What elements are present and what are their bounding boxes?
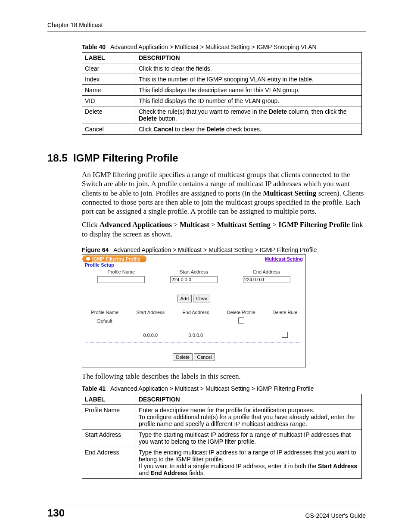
table-row: Default — [82, 316, 305, 326]
cell-label: VID — [82, 96, 136, 106]
cell-description: Check the rule(s) that you want to remov… — [136, 106, 362, 124]
cell-description: Type the starting multicast IP address f… — [136, 429, 362, 447]
separator — [84, 285, 304, 285]
th-start-address: Start Address — [127, 308, 174, 316]
cell-description: Enter a descriptive name for the profile… — [136, 405, 362, 429]
cell-label: Profile Name — [82, 405, 136, 429]
panel-title-text: IGMP Filtering Profile — [92, 256, 140, 261]
cancel-button[interactable]: Cancel — [194, 353, 215, 361]
cell-description: This field displays the descriptive name… — [136, 85, 362, 96]
section-title: IGMP Filtering Profile — [73, 152, 178, 164]
col-start-address: Start Address — [158, 269, 230, 274]
delete-rule-checkbox[interactable] — [282, 332, 288, 338]
figure64-caption-prefix: Figure 64 — [82, 246, 109, 253]
cell-description: Click this to clear the fields. — [136, 63, 362, 74]
page-footer: 130 GS-2024 User's Guide — [47, 505, 366, 519]
profile-name-input[interactable] — [97, 276, 145, 283]
end-address-input[interactable] — [243, 276, 290, 283]
section-number: 18.5 — [47, 152, 68, 164]
table41-caption-text: Advanced Application > Multicast > Multi… — [110, 385, 314, 392]
tab-dot-icon — [86, 256, 90, 261]
table-row: 0.0.0.0 0.0.0.0 — [82, 330, 305, 340]
separator — [86, 328, 302, 328]
page-number: 130 — [47, 507, 65, 519]
section-heading: 18.5 IGMP Filtering Profile — [47, 152, 366, 164]
paragraph-2: Click Advanced Applications > Multicast … — [82, 220, 366, 239]
cell-label: End Address — [82, 447, 136, 479]
cell-label: Name — [82, 85, 136, 96]
table-row: End AddressType the ending multicast IP … — [82, 447, 362, 479]
figure64-caption: Figure 64 Advanced Application > Multica… — [82, 246, 366, 253]
cell-description: Click Cancel to clear the Delete check b… — [136, 124, 362, 135]
screenshot-panel: IGMP Filtering Profile Multicast Setting… — [82, 254, 306, 367]
table40-caption-prefix: Table 40 — [82, 44, 106, 50]
cell-start-address: 0.0.0.0 — [127, 330, 174, 340]
table40-hdr-desc: DESCRIPTION — [136, 53, 362, 63]
guide-name: GS-2024 User's Guide — [305, 512, 366, 519]
cell-label: Index — [82, 74, 136, 85]
cell-description: This field displays the ID number of the… — [136, 96, 362, 106]
cell-label: Clear — [82, 63, 136, 74]
th-end-address: End Address — [174, 308, 218, 316]
table40-caption-text: Advanced Application > Multicast > Multi… — [110, 44, 317, 50]
cell-label: Cancel — [82, 124, 136, 135]
table-row: VIDThis field displays the ID number of … — [82, 96, 362, 106]
table-row: Profile NameEnter a descriptive name for… — [82, 405, 362, 429]
th-delete-profile: Delete Profile — [218, 308, 265, 316]
paragraph-3: The following table describes the labels… — [82, 372, 366, 381]
table41-hdr-desc: DESCRIPTION — [136, 394, 362, 405]
col-end-address: End Address — [230, 269, 303, 274]
cell-label: Delete — [82, 106, 136, 124]
cell-end-address: 0.0.0.0 — [174, 330, 218, 340]
running-head: Chapter 18 Multicast — [47, 22, 366, 31]
th-profile-name: Profile Name — [82, 308, 127, 316]
table-row: CancelClick Cancel to clear the Delete c… — [82, 124, 362, 135]
delete-profile-checkbox[interactable] — [238, 317, 244, 324]
table-row: IndexThis is the number of the IGMP snoo… — [82, 74, 362, 85]
table40-hdr-label: LABEL — [82, 53, 136, 63]
paragraph-1: An IGMP filtering profile specifies a ra… — [82, 170, 366, 216]
start-address-input[interactable] — [170, 276, 218, 283]
delete-button[interactable]: Delete — [173, 353, 193, 361]
table41-hdr-label: LABEL — [82, 394, 136, 405]
profile-setup-subhead: Profile Setup — [82, 262, 305, 268]
cell-description: This is the number of the IGMP snooping … — [136, 74, 362, 85]
table-row: DeleteCheck the rule(s) that you want to… — [82, 106, 362, 124]
table-row: Start AddressType the starting multicast… — [82, 429, 362, 447]
cell-label: Start Address — [82, 429, 136, 447]
table40: LABEL DESCRIPTION ClearClick this to cle… — [82, 52, 362, 135]
th-delete-rule: Delete Rule — [265, 308, 305, 316]
multicast-setting-link[interactable]: Multicast Setting — [265, 256, 303, 261]
cell-description: Type the ending multicast IP address for… — [136, 447, 362, 479]
table41-caption-prefix: Table 41 — [82, 385, 106, 392]
clear-button[interactable]: Clear — [193, 295, 210, 302]
add-button[interactable]: Add — [177, 295, 192, 302]
table41: LABEL DESCRIPTION Profile NameEnter a de… — [82, 394, 362, 479]
col-profile-name: Profile Name — [85, 269, 158, 274]
table-row: NameThis field displays the descriptive … — [82, 85, 362, 96]
figure64-caption-text: Advanced Application > Multicast > Multi… — [113, 246, 317, 253]
table-row: ClearClick this to clear the fields. — [82, 63, 362, 74]
profiles-table: Profile Name Start Address End Address D… — [82, 308, 305, 345]
cell-profile-name: Default — [82, 316, 127, 326]
separator — [86, 342, 302, 342]
table41-caption: Table 41 Advanced Application > Multicas… — [82, 385, 366, 392]
table40-caption: Table 40 Advanced Application > Multicas… — [82, 44, 366, 50]
panel-title-tab: IGMP Filtering Profile — [82, 255, 146, 262]
